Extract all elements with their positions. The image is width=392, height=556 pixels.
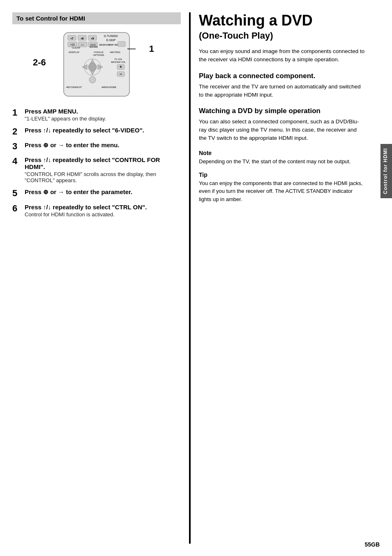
main-subtitle: (One-Touch Play) bbox=[199, 30, 366, 41]
svg-text:•TOOLS/: •TOOLS/ bbox=[94, 51, 104, 53]
step-4-content: Press ↑/↓ repeatedly to select "CONTROL … bbox=[25, 156, 181, 183]
svg-text:•7: •7 bbox=[70, 37, 74, 40]
svg-point-36 bbox=[89, 76, 96, 83]
svg-text:>10: >10 bbox=[70, 43, 74, 46]
step-1-content: Press AMP MENU. "1-LEVEL" appears on the… bbox=[25, 108, 181, 122]
step-6-desc: Control for HDMI function is activated. bbox=[25, 211, 181, 218]
step-6-number: 6 bbox=[12, 204, 25, 213]
svg-text:OPTIONS: OPTIONS bbox=[93, 54, 104, 56]
step-2-title: Press ↑/↓ repeatedly to select "6-VIDEO"… bbox=[25, 127, 181, 134]
svg-text:+: + bbox=[120, 64, 122, 69]
step-5: 5 Press ⊕ or → to enter the parameter. bbox=[12, 188, 181, 198]
section-body-2: You can also select a connected componen… bbox=[199, 118, 366, 143]
step-1-desc: "1-LEVEL" appears on the display. bbox=[25, 116, 181, 122]
remote-diagram: 2-6 •7 •8 •9 D.TUNING D.SKIP bbox=[12, 30, 181, 100]
step-2-content: Press ↑/↓ repeatedly to select "6-VIDEO"… bbox=[25, 127, 181, 134]
section-header: To set Control for HDMI bbox=[12, 12, 181, 24]
svg-text:•8: •8 bbox=[81, 37, 84, 40]
svg-text:•DISPLAY: •DISPLAY bbox=[69, 51, 80, 53]
step-3-content: Press ⊕ or → to enter the menu. bbox=[25, 141, 181, 150]
step-2: 2 Press ↑/↓ repeatedly to select "6-VIDE… bbox=[12, 127, 181, 137]
step-1-title: Press AMP MENU. bbox=[25, 108, 181, 115]
note-body: Depending on the TV, the start of the co… bbox=[199, 158, 366, 166]
tip-body: You can enjoy the components that are co… bbox=[199, 179, 366, 204]
sidebar-tab: Control for HDMI bbox=[380, 144, 392, 198]
step-3-title: Press ⊕ or → to enter the menu. bbox=[25, 141, 181, 149]
section-title-1: Play back a connected component. bbox=[199, 72, 366, 80]
note-title: Note bbox=[199, 150, 366, 156]
step-6-title: Press ↑/↓ repeatedly to select "CTRL ON"… bbox=[25, 204, 181, 211]
svg-point-30 bbox=[88, 63, 97, 71]
step-5-number: 5 bbox=[12, 188, 25, 198]
step-1-number: 1 bbox=[12, 108, 25, 118]
step-6-content: Press ↑/↓ repeatedly to select "CTRL ON"… bbox=[25, 204, 181, 218]
svg-text:•MUTING: •MUTING bbox=[110, 51, 120, 53]
step-5-content: Press ⊕ or → to enter the parameter. bbox=[25, 188, 181, 197]
svg-text:•RETURN/EXIT: •RETURN/EXIT bbox=[66, 86, 82, 88]
callout-2-6: 2-6 bbox=[33, 57, 46, 68]
step-5-title: Press ⊕ or → to enter the parameter. bbox=[25, 188, 181, 196]
intro-text: You can enjoy sound and image from the c… bbox=[199, 47, 366, 64]
svg-text:•MENU/HOME: •MENU/HOME bbox=[101, 86, 116, 88]
step-4: 4 Press ↑/↓ repeatedly to select "CONTRO… bbox=[12, 156, 181, 183]
svg-text:D.SKIP: D.SKIP bbox=[106, 39, 116, 42]
remote-svg: •7 •8 •9 D.TUNING D.SKIP >10 •-/- •0/10 … bbox=[51, 30, 142, 98]
section-body-1: The receiver and the TV are turned on au… bbox=[199, 83, 366, 100]
svg-text:(ENTER): (ENTER) bbox=[90, 46, 98, 48]
svg-text:D.TUNING: D.TUNING bbox=[104, 35, 118, 37]
remote-wrap: 2-6 •7 •8 •9 D.TUNING D.SKIP bbox=[51, 30, 142, 100]
page: To set Control for HDMI 2-6 •7 •8 •9 D. bbox=[0, 0, 392, 556]
step-6: 6 Press ↑/↓ repeatedly to select "CTRL O… bbox=[12, 204, 181, 218]
main-title: Watching a DVD bbox=[199, 12, 366, 29]
section-title-2: Watching a DVD by simple operation bbox=[199, 107, 366, 115]
steps-list: 1 Press AMP MENU. "1-LEVEL" appears on t… bbox=[12, 108, 181, 218]
left-column: To set Control for HDMI 2-6 •7 •8 •9 D. bbox=[0, 12, 189, 544]
step-3: 3 Press ⊕ or → to enter the menu. bbox=[12, 141, 181, 151]
page-number: 55GB bbox=[364, 541, 380, 548]
svg-text:−: − bbox=[120, 72, 122, 76]
callout-1: 1 bbox=[149, 44, 154, 54]
svg-text:TV VOL: TV VOL bbox=[114, 58, 122, 60]
step-4-title: Press ↑/↓ repeatedly to select "CONTROL … bbox=[25, 156, 181, 170]
svg-text:CLEAR: CLEAR bbox=[72, 46, 81, 49]
step-4-desc: "CONTROL FOR HDMI" scrolls across the di… bbox=[25, 171, 181, 183]
step-2-number: 2 bbox=[12, 127, 25, 137]
right-column: Watching a DVD (One-Touch Play) You can … bbox=[189, 12, 378, 544]
step-1: 1 Press AMP MENU. "1-LEVEL" appears on t… bbox=[12, 108, 181, 122]
step-3-number: 3 bbox=[12, 141, 25, 151]
svg-text:•-/-: •-/- bbox=[81, 44, 84, 46]
step-4-number: 4 bbox=[12, 156, 25, 166]
svg-rect-17 bbox=[118, 42, 125, 46]
tip-title: Tip bbox=[199, 171, 366, 178]
svg-text:MASTER VOL: MASTER VOL bbox=[111, 61, 125, 63]
svg-text:•9: •9 bbox=[91, 37, 94, 40]
